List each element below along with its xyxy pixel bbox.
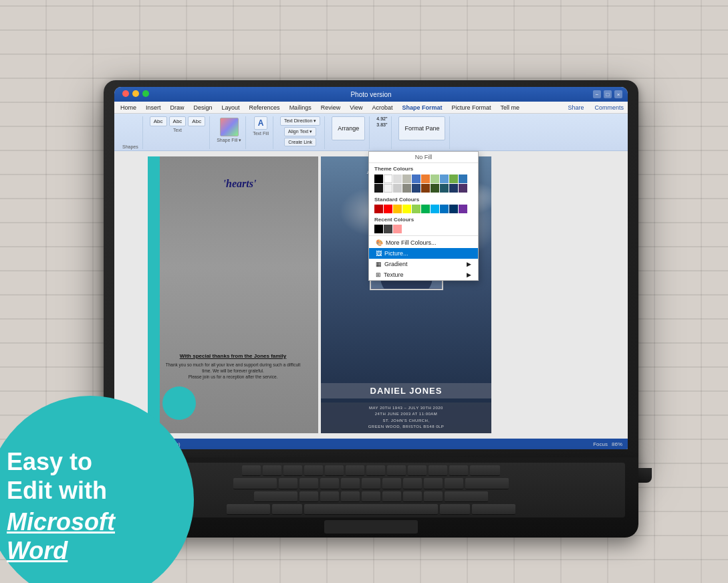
swatch-blue3[interactable] bbox=[440, 205, 449, 213]
swatch-yellow2[interactable] bbox=[393, 205, 402, 213]
standard-colour-swatches bbox=[369, 204, 478, 214]
ribbon-abc2-button[interactable]: Abc bbox=[169, 116, 187, 126]
swatch-green-light[interactable] bbox=[431, 174, 439, 183]
swatch-red[interactable] bbox=[384, 205, 392, 213]
swatch-orange[interactable] bbox=[421, 174, 430, 183]
no-fill-option[interactable]: No Fill bbox=[369, 152, 478, 163]
zoom-level: 86% bbox=[612, 441, 622, 447]
key-z bbox=[299, 491, 318, 502]
maximize-button[interactable]: □ bbox=[604, 90, 612, 98]
key-x bbox=[320, 491, 339, 502]
swatch-darkblue2[interactable] bbox=[412, 184, 420, 193]
key-shift-left bbox=[254, 491, 297, 502]
swatch-blue2[interactable] bbox=[440, 174, 449, 183]
swatch-gray2[interactable] bbox=[393, 184, 402, 193]
trackpad[interactable] bbox=[324, 520, 418, 534]
create-link-button[interactable]: Create Link bbox=[284, 138, 316, 146]
align-text-button[interactable]: Align Text ▾ bbox=[284, 127, 316, 136]
swatch-cyan[interactable] bbox=[431, 205, 439, 213]
swatch-teal[interactable] bbox=[440, 184, 449, 193]
text-direction-button[interactable]: Text Direction ▾ bbox=[280, 116, 320, 126]
picture-icon: 🖼 bbox=[376, 250, 382, 257]
key-v bbox=[362, 491, 380, 502]
key-row-3 bbox=[120, 491, 622, 502]
standard-colours-label: Standard Colours bbox=[369, 194, 478, 204]
key-k bbox=[424, 478, 443, 489]
menu-layout[interactable]: Layout bbox=[220, 104, 242, 112]
close-button[interactable]: × bbox=[614, 90, 622, 98]
swatch-blue[interactable] bbox=[412, 174, 420, 183]
swatch-gray[interactable] bbox=[402, 174, 411, 183]
more-fill-colours-option[interactable]: 🎨 More Fill Colours... bbox=[369, 237, 478, 248]
title-bar: Photo version − □ × bbox=[114, 87, 628, 102]
key-d bbox=[320, 478, 339, 489]
menu-references[interactable]: References bbox=[247, 104, 282, 112]
swatch-darkgreen[interactable] bbox=[431, 184, 439, 193]
paint-icon: 🎨 bbox=[376, 239, 383, 246]
picture-option[interactable]: 🖼 Picture... bbox=[369, 248, 478, 259]
swatch-recent-darkgray[interactable] bbox=[384, 225, 392, 233]
swatch-navy[interactable] bbox=[449, 184, 458, 193]
swatch-darkblue[interactable] bbox=[459, 174, 467, 183]
word-window: Photo version − □ × Home Insert Draw Des… bbox=[114, 87, 628, 449]
menu-picture-format[interactable]: Picture Format bbox=[450, 104, 493, 112]
key-backspace bbox=[470, 465, 500, 476]
swatch-recent-black[interactable] bbox=[374, 225, 383, 233]
swatch-purple[interactable] bbox=[459, 184, 467, 193]
ribbon-fill-group: Shape Fill ▾ bbox=[213, 116, 246, 149]
swatch-green2[interactable] bbox=[421, 205, 430, 213]
swatch-recent-pink[interactable] bbox=[393, 225, 402, 233]
key-f bbox=[341, 478, 360, 489]
menu-mailings[interactable]: Mailings bbox=[287, 104, 314, 112]
minimize-button[interactable]: − bbox=[593, 90, 601, 98]
gradient-icon: ▦ bbox=[376, 261, 382, 267]
gradient-option[interactable]: ▦ Gradient ▶ bbox=[369, 259, 478, 269]
teal-circle-decoration bbox=[162, 386, 196, 420]
swatch-darkgray1[interactable] bbox=[374, 184, 383, 193]
menu-tell-me[interactable]: Tell me bbox=[499, 104, 522, 112]
swatch-darkred[interactable] bbox=[374, 205, 383, 213]
key-p bbox=[429, 465, 447, 476]
menu-shape-format[interactable]: Shape Format bbox=[400, 104, 445, 112]
swatch-nearwhite[interactable] bbox=[384, 184, 392, 193]
key-q bbox=[242, 465, 261, 476]
swatch-navy2[interactable] bbox=[449, 205, 458, 213]
menu-draw[interactable]: Draw bbox=[168, 104, 187, 112]
ribbon-abc3-button[interactable]: Abc bbox=[188, 116, 205, 126]
comments-button[interactable]: Comments bbox=[594, 104, 624, 111]
menu-design[interactable]: Design bbox=[192, 104, 215, 112]
swatch-green[interactable] bbox=[449, 174, 458, 183]
swatch-violet[interactable] bbox=[459, 205, 467, 213]
swatch-white[interactable] bbox=[384, 174, 392, 183]
menu-view[interactable]: View bbox=[348, 104, 364, 112]
traffic-light-green[interactable] bbox=[142, 90, 149, 97]
format-pane-button[interactable]: Format Pane bbox=[398, 116, 445, 140]
key-e bbox=[283, 465, 302, 476]
overlay-text-edit: Edit with bbox=[7, 476, 174, 505]
shape-fill-button[interactable] bbox=[220, 118, 239, 136]
texture-option[interactable]: ⊞ Texture ▶ bbox=[369, 269, 478, 280]
swatch-lime[interactable] bbox=[412, 205, 420, 213]
text-fill-button[interactable]: A bbox=[254, 116, 268, 130]
key-row-2 bbox=[120, 478, 622, 489]
overlay-text-microsoft: Microsoft bbox=[7, 507, 174, 536]
special-thanks-title: With special thanks from the Jones famil… bbox=[162, 353, 304, 359]
key-r bbox=[304, 465, 323, 476]
swatch-brown[interactable] bbox=[421, 184, 430, 193]
menu-review[interactable]: Review bbox=[319, 104, 343, 112]
key-i bbox=[387, 465, 406, 476]
swatch-lightgray[interactable] bbox=[393, 174, 402, 183]
arrange-button[interactable]: Arrange bbox=[332, 116, 365, 140]
share-button[interactable]: Share bbox=[568, 104, 584, 111]
traffic-light-red[interactable] bbox=[122, 90, 129, 97]
menu-insert[interactable]: Insert bbox=[144, 104, 163, 112]
traffic-light-yellow[interactable] bbox=[132, 90, 139, 97]
key-l bbox=[445, 478, 463, 489]
menu-acrobat[interactable]: Acrobat bbox=[370, 104, 395, 112]
menu-home[interactable]: Home bbox=[118, 104, 138, 112]
swatch-black[interactable] bbox=[374, 174, 383, 183]
name-banner: DANIEL JONES bbox=[321, 383, 491, 398]
swatch-gray3[interactable] bbox=[402, 184, 411, 193]
ribbon-abc-button[interactable]: Abc bbox=[150, 116, 167, 126]
swatch-yellow[interactable] bbox=[402, 205, 411, 213]
